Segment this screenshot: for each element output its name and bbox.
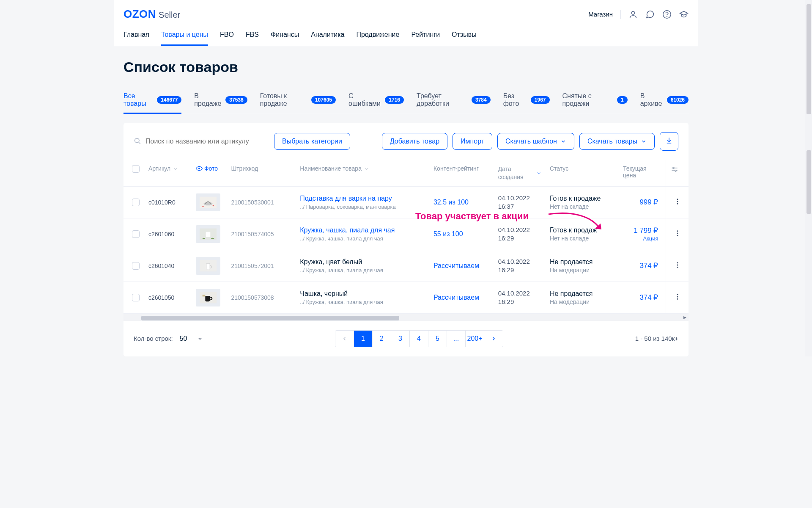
row-checkbox[interactable]	[132, 294, 140, 301]
row-checkbox[interactable]	[132, 230, 140, 238]
status-tab[interactable]: В архиве61026	[640, 92, 689, 114]
shop-selector[interactable]: Магазин	[588, 11, 613, 18]
import-button[interactable]: Импорт	[453, 133, 492, 150]
topnav-item[interactable]: Финансы	[271, 26, 299, 46]
svg-point-12	[203, 202, 212, 205]
products-table: Артикул Фото Штрихкод Наименование товар…	[123, 160, 689, 314]
page-number[interactable]: ...	[447, 331, 466, 347]
cell-price[interactable]: 1 799 ₽Акция	[619, 218, 666, 250]
select-all-checkbox[interactable]	[132, 165, 140, 173]
sort-icon[interactable]	[364, 165, 369, 172]
horizontal-scrollbar[interactable]: ◂ ▸	[123, 314, 689, 321]
topnav-item[interactable]: FBS	[246, 26, 259, 46]
cell-date: 04.10.202216:29	[494, 250, 546, 282]
search-input[interactable]	[145, 138, 265, 145]
scroll-right-icon[interactable]: ▸	[681, 314, 689, 321]
cell-barcode: 2100150530001	[227, 186, 296, 218]
status-main: Не продается	[550, 258, 614, 266]
paginator: 12345...200+	[335, 330, 503, 347]
download-icon-button[interactable]	[660, 132, 678, 151]
topnav-item[interactable]: Товары и цены	[161, 26, 208, 46]
svg-point-21	[677, 233, 678, 234]
product-name[interactable]: Кружка, чашка, пиала для чая	[300, 226, 425, 234]
download-products-button[interactable]: Скачать товары	[579, 133, 655, 150]
status-tab[interactable]: Все товары146677	[123, 92, 181, 114]
table-row: c01010R02100150530001Подставка для варки…	[123, 186, 689, 218]
sort-icon[interactable]	[536, 169, 541, 177]
product-thumb[interactable]	[196, 289, 220, 306]
page-next[interactable]	[484, 331, 503, 347]
row-checkbox[interactable]	[132, 262, 140, 270]
status-tab[interactable]: Снятые с продажи1	[562, 92, 628, 114]
status-tab[interactable]: С ошибками1716	[348, 92, 404, 114]
svg-point-31	[677, 298, 678, 300]
status-tab[interactable]: Без фото1967	[503, 92, 550, 114]
search-input-wrap[interactable]	[134, 137, 265, 146]
row-actions-icon[interactable]	[674, 232, 681, 238]
cell-barcode: 2100150573008	[227, 282, 296, 313]
col-sku[interactable]: Артикул	[148, 165, 170, 172]
cell-rating[interactable]: 55 из 100	[429, 218, 494, 250]
page-number[interactable]: 200+	[466, 331, 484, 347]
product-thumb[interactable]	[196, 257, 220, 275]
help-icon[interactable]	[662, 10, 672, 19]
rows-per-page-select[interactable]: 50	[180, 335, 203, 342]
col-name[interactable]: Наименование товара	[300, 165, 362, 172]
profile-icon[interactable]	[628, 10, 638, 19]
cell-price[interactable]: 999 ₽	[619, 186, 666, 218]
product-category: ../ Кружка, чашка, пиала для чая	[300, 235, 425, 242]
photo-toggle[interactable]: Фото	[196, 165, 218, 172]
page-number[interactable]: 1	[354, 331, 373, 347]
row-actions-icon[interactable]	[674, 263, 681, 270]
topnav-item[interactable]: FBO	[220, 26, 234, 46]
status-tab[interactable]: В продаже37538	[194, 92, 247, 114]
page-number[interactable]: 2	[373, 331, 391, 347]
count-badge: 146677	[157, 96, 181, 104]
table-footer: Кол-во строк: 50 12345...200+ 1 - 50 из …	[123, 321, 689, 356]
status-tab[interactable]: Готовы к продаже107605	[260, 92, 336, 114]
page-prev[interactable]	[335, 331, 354, 347]
row-actions-icon[interactable]	[674, 200, 681, 207]
choose-categories-button[interactable]: Выбрать категории	[274, 133, 350, 150]
cell-rating[interactable]: Рассчитываем	[429, 250, 494, 282]
svg-point-2	[667, 16, 667, 17]
cell-sku: c2601040	[144, 250, 192, 282]
cell-rating[interactable]: Рассчитываем	[429, 282, 494, 313]
chevron-down-icon	[560, 138, 566, 144]
status-sub: На модерации	[550, 298, 614, 305]
topnav-item[interactable]: Аналитика	[311, 26, 344, 46]
product-name[interactable]: Подставка для варки на пару	[300, 195, 425, 202]
status-tab[interactable]: Требует доработки3784	[417, 92, 491, 114]
page-number[interactable]: 5	[428, 331, 447, 347]
product-thumb[interactable]	[196, 193, 220, 211]
row-actions-icon[interactable]	[674, 295, 681, 302]
product-name: Кружка, цвет белый	[300, 258, 425, 266]
topnav-item[interactable]: Отзывы	[452, 26, 477, 46]
education-icon[interactable]	[679, 10, 689, 19]
svg-rect-28	[203, 295, 206, 296]
cell-barcode: 2100150572001	[227, 250, 296, 282]
svg-point-24	[677, 262, 678, 264]
chat-icon[interactable]	[645, 10, 655, 19]
download-template-button[interactable]: Скачать шаблон	[497, 133, 574, 150]
cell-price[interactable]: 374 ₽	[619, 282, 666, 313]
cell-rating[interactable]: 32.5 из 100	[429, 186, 494, 218]
table-settings-icon[interactable]	[670, 168, 679, 175]
add-product-button[interactable]: Добавить товар	[382, 133, 447, 150]
col-date[interactable]: Дата создания	[498, 165, 534, 181]
page-number[interactable]: 3	[391, 331, 410, 347]
status-main: Готов к продаже	[550, 195, 614, 202]
product-thumb[interactable]	[196, 225, 220, 243]
vertical-scrollbar[interactable]	[805, 0, 812, 356]
sort-icon[interactable]	[173, 165, 178, 172]
topnav-item[interactable]: Рейтинги	[411, 26, 440, 46]
topnav-item[interactable]: Главная	[123, 26, 149, 46]
topnav-item[interactable]: Продвижение	[356, 26, 399, 46]
row-checkbox[interactable]	[132, 199, 140, 206]
products-card: Выбрать категории Добавить товар Импорт …	[123, 123, 689, 356]
logo[interactable]: OZON Seller	[123, 8, 180, 21]
cell-price[interactable]: 374 ₽	[619, 250, 666, 282]
count-badge: 107605	[311, 96, 336, 104]
svg-point-3	[135, 138, 140, 143]
page-number[interactable]: 4	[410, 331, 428, 347]
